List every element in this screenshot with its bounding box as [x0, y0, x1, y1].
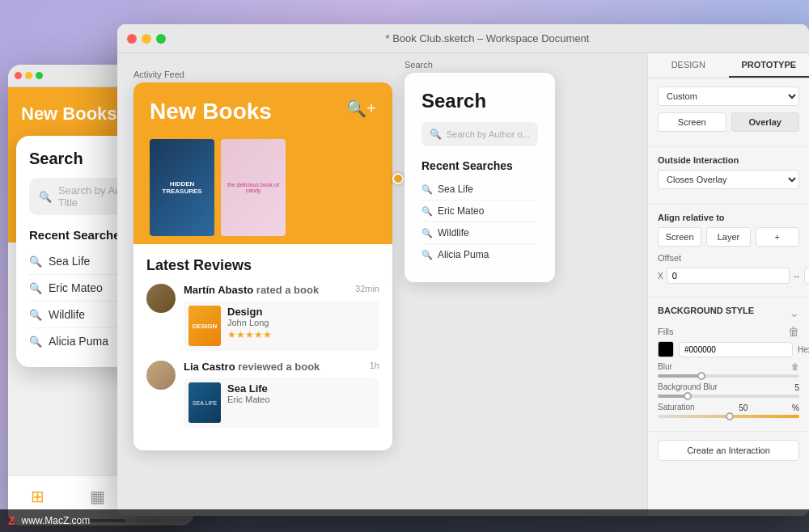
sketch-dot-green[interactable] — [156, 34, 166, 44]
offset-x-label: X — [658, 272, 663, 281]
stars-1: ★★★★★ — [227, 329, 375, 340]
iphone-window-controls — [15, 72, 43, 79]
iphone-tab-grid[interactable]: ▦ — [90, 487, 105, 506]
saturation-row: Saturation 50 % — [658, 403, 799, 418]
outside-interaction-select[interactable]: Closes Overlay — [658, 170, 799, 189]
saturation-pct: % — [792, 403, 799, 412]
fill-hex-input[interactable] — [679, 342, 793, 357]
avatar-martin — [146, 284, 176, 313]
artboard-latest-reviews: Latest Reviews Martín Abasto rated a boo… — [133, 244, 392, 450]
iphone-dot-yellow[interactable] — [25, 72, 32, 79]
panel-btn-plus[interactable]: + — [756, 227, 799, 247]
artboard-activity-label: Activity Feed — [133, 70, 392, 79]
fills-label: Fills — [658, 327, 788, 336]
reviewer-action-2: reviewed a book — [238, 361, 320, 373]
sketch-canvas[interactable]: Activity Feed New Books 🔍+ HIDDENTREASUR… — [117, 53, 647, 516]
bg-blur-fill — [658, 395, 686, 398]
sketch-right-panel: DESIGN PROTOTYPE Custom Screen Overlay O… — [647, 53, 809, 516]
search-overlay-input[interactable]: 🔍 Search by Author o... — [421, 122, 538, 146]
iphone-recent-item-label: Sea Life — [49, 255, 90, 268]
panel-outside-interaction-section: Outside Interaction Closes Overlay — [648, 147, 809, 205]
review-book-info-2: Sea Life Eric Mateo — [227, 382, 375, 423]
fill-swatch[interactable] — [658, 341, 674, 357]
align-label: Align relative to — [658, 213, 799, 222]
book-title-label: HIDDENTREASURES — [162, 180, 201, 195]
reviews-title: Latest Reviews — [146, 257, 379, 274]
tab-design[interactable]: DESIGN — [648, 53, 729, 78]
macz-logo: Z — [8, 514, 15, 527]
fill-hex-label: Hex — [798, 345, 809, 354]
saturation-slider[interactable] — [658, 415, 799, 418]
blur-trash[interactable]: 🗑 — [791, 362, 799, 373]
panel-btn-screen[interactable]: Screen — [658, 112, 726, 132]
bg-blur-value: 5 — [794, 383, 799, 392]
bg-blur-slider[interactable] — [658, 395, 799, 398]
offset-arrow: ↔ — [793, 272, 801, 281]
iphone-dot-green[interactable] — [36, 72, 43, 79]
recent-item-label: Wildlife — [438, 227, 469, 239]
tab-prototype[interactable]: PROTOTYPE — [729, 53, 810, 78]
iphone-recent-search-icon: 🔍 — [29, 336, 42, 348]
sketch-title: * Book Club.sketch – Workspace Document — [176, 32, 799, 44]
review-book-info-1: Design John Long ★★★★★ — [227, 306, 375, 346]
sketch-window-controls — [127, 34, 166, 44]
blur-row: Blur 🗑 — [658, 362, 799, 378]
book-hidden-treasures: HIDDENTREASURES — [150, 139, 214, 236]
recent-searches-title: Recent Searches — [421, 159, 538, 172]
review-time-1: 32min — [355, 284, 379, 296]
iphone-tab-home[interactable]: ⊞ — [31, 487, 44, 506]
offset-row: Offset — [658, 253, 799, 263]
recent-item-label: Alicia Puma — [438, 249, 489, 260]
review-book-author-2: Eric Mateo — [227, 395, 375, 404]
iphone-dot-red[interactable] — [15, 72, 22, 79]
review-book-title-2: Sea Life — [227, 382, 375, 395]
reviewer-name-1: Martín Abasto rated a book — [184, 284, 319, 296]
sketch-titlebar: * Book Club.sketch – Workspace Document — [117, 24, 809, 53]
panel-button-row-screenovl: Screen Overlay — [658, 112, 799, 132]
reviewer-action-1: rated a book — [256, 284, 319, 296]
recent-item-aliciapuma[interactable]: 🔍 Alicia Puma — [421, 244, 538, 265]
iphone-search-icon: 🔍 — [39, 191, 52, 203]
sketch-body: Activity Feed New Books 🔍+ HIDDENTREASUR… — [117, 53, 809, 516]
sketch-dot-yellow[interactable] — [142, 34, 151, 44]
panel-button-row-align: Screen Layer + — [658, 227, 799, 247]
saturation-value: 50 — [739, 403, 748, 412]
recent-item-label: Eric Mateo — [438, 205, 484, 217]
connection-dot — [392, 173, 404, 184]
iphone-modal-title: Search — [29, 150, 83, 168]
offset-y-input[interactable] — [804, 268, 809, 284]
bg-blur-row: Background Blur 5 — [658, 382, 799, 398]
blur-slider[interactable] — [658, 374, 799, 378]
panel-btn-overlay[interactable]: Overlay — [731, 112, 800, 132]
saturation-thumb — [726, 412, 734, 420]
panel-btn-layer[interactable]: Layer — [706, 227, 750, 247]
panel-preset-select[interactable]: Custom — [658, 87, 799, 106]
panel-btn-screen2[interactable]: Screen — [658, 227, 701, 247]
books-row: HIDDENTREASURES the delicious book of ca… — [150, 139, 376, 236]
search-input-icon: 🔍 — [430, 129, 442, 140]
review-info-2: Lia Castro reviewed a book 1h SEA LIFE — [184, 361, 379, 428]
artboard-activity: Activity Feed New Books 🔍+ HIDDENTREASUR… — [133, 70, 392, 450]
search-overlay-title: Search — [421, 90, 538, 112]
offset-input-row: X ↔ — [658, 268, 799, 284]
iphone-recent-item-label: Eric Mateo — [49, 281, 103, 294]
review-item-1: Martín Abasto rated a book 32min DESIGN — [146, 284, 379, 351]
recent-item-ericmateo[interactable]: 🔍 Eric Mateo — [421, 201, 538, 222]
review-item-2: Lia Castro reviewed a book 1h SEA LIFE — [146, 361, 379, 428]
recent-icon: 🔍 — [421, 250, 433, 260]
bg-style-chevron[interactable]: ⌄ — [790, 306, 799, 319]
panel-bg-style-section: BACKGROUND STYLE ⌄ Fills 🗑 Hex % Blu — [648, 298, 809, 432]
fills-trash[interactable]: 🗑 — [788, 325, 799, 338]
artboard-search-content: Search 🔍 Search by Author o... Recent Se… — [404, 73, 555, 282]
sketch-dot-red[interactable] — [127, 34, 137, 44]
recent-item-wildlife[interactable]: 🔍 Wildlife — [421, 222, 538, 244]
book-sealife-label: SEA LIFE — [193, 400, 217, 406]
bg-blur-thumb — [684, 392, 692, 400]
recent-item-sealife[interactable]: 🔍 Sea Life — [421, 179, 538, 201]
offset-x-input[interactable] — [667, 268, 790, 284]
panel-tabs: DESIGN PROTOTYPE — [648, 53, 809, 78]
artboard-search-outer: Search Search 🔍 Search by Author o... Re… — [404, 60, 555, 282]
review-book-author-1: John Long — [227, 318, 375, 327]
recent-item-label: Sea Life — [438, 184, 473, 195]
create-interaction-button[interactable]: Create an Interaction — [658, 440, 799, 461]
